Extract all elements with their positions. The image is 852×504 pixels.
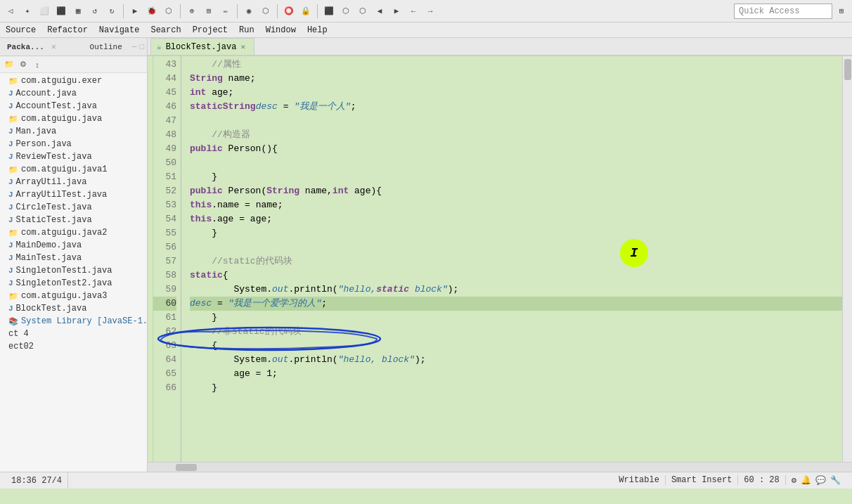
code-line-46: static String desc = "我是一个人"; [190, 100, 842, 114]
sidebar-item-18[interactable]: JBlockTest.java [0, 302, 147, 315]
right-scroll-handle[interactable] [842, 56, 852, 462]
toolbar-btn-5[interactable]: ↺ [87, 4, 103, 19]
toolbar-btn-11[interactable]: ◉ [241, 4, 257, 19]
toolbar-btn-4[interactable]: ▦ [70, 4, 86, 19]
toolbar-btn-grid[interactable]: ⊞ [834, 4, 849, 19]
sidebar-item-16[interactable]: JSingletonTest2.java [0, 277, 147, 290]
sep-4 [277, 4, 278, 18]
statusbar-position: 60 : 28 [738, 475, 785, 485]
sidebar-item-6[interactable]: JReviewTest.java [0, 150, 147, 163]
sidebar-item-9[interactable]: JArrayUtilTest.java [0, 188, 147, 201]
quick-access-input[interactable]: Quick Access [734, 4, 832, 19]
toolbar-btn-16[interactable]: ⬡ [338, 4, 354, 19]
line-num-54: 54 [153, 212, 176, 226]
toolbar-btn-7[interactable]: ⬡ [161, 4, 176, 19]
toolbar-btn-10[interactable]: ✏ [218, 4, 233, 19]
line-num-50: 50 [153, 156, 176, 170]
sidebar-item-4[interactable]: JMan.java [0, 125, 147, 138]
sidebar-item-1[interactable]: JAccount.java [0, 87, 147, 100]
sidebar-item-8[interactable]: JArrayUtil.java [0, 176, 147, 188]
toolbar-btn-back[interactable]: ← [406, 4, 421, 19]
menubar: Source Refactor Navigate Search Project … [0, 22, 852, 38]
scroll-thumb[interactable] [844, 59, 851, 80]
code-line-65: age = 1; [190, 367, 842, 381]
menu-source[interactable]: Source [0, 22, 41, 37]
java-icon-6: J [8, 153, 13, 161]
sidebar-item-13[interactable]: JMainDemo.java [0, 239, 147, 252]
java-icon-10: J [8, 203, 13, 212]
toolbar-btn-18[interactable]: ◀ [372, 4, 387, 19]
toolbar-btn-3[interactable]: ⬛ [53, 4, 69, 19]
toolbar-btn-17[interactable]: ⬡ [355, 4, 370, 19]
sidebar-item-11[interactable]: JStaticTest.java [0, 214, 147, 226]
menu-run[interactable]: Run [233, 22, 260, 37]
sidebar-item-15[interactable]: JSingletonTest1.java [0, 264, 147, 277]
sidebar-maximize[interactable]: □ [139, 43, 144, 51]
statusbar-writable: Writable [613, 475, 666, 485]
toolbar-btn-13[interactable]: ⭕ [281, 4, 297, 19]
sidebar-item-7[interactable]: 📁com.atguigu.java1 [0, 163, 147, 176]
sidebar-tab-close[interactable]: ✕ [51, 41, 56, 52]
toolbar-btn-8[interactable]: ⊕ [184, 4, 200, 19]
code-content[interactable]: //属性 String name; int age; static String… [181, 56, 842, 462]
toolbar-btn-14[interactable]: 🔒 [298, 4, 314, 19]
sidebar-item-12[interactable]: 📁com.atguigu.java2 [0, 226, 147, 239]
code-line-53: this.name = name; [190, 198, 842, 212]
menu-window[interactable]: Window [260, 22, 302, 37]
code-line-58: static{ [190, 269, 842, 283]
sidebar-item-3[interactable]: 📁com.atguigu.java [0, 112, 147, 125]
sidebar-tool-2[interactable]: ⚙ [17, 58, 30, 71]
sidebar-tab-outline[interactable]: Outline [86, 41, 127, 53]
sidebar-item-20[interactable]: ct 4 [0, 328, 147, 340]
code-line-43: //属性 [190, 58, 842, 72]
tab-close-icon[interactable]: ✕ [240, 42, 245, 51]
menu-search[interactable]: Search [145, 22, 186, 37]
sidebar-item-21[interactable]: ect02 [0, 340, 147, 353]
menu-project[interactable]: Project [187, 22, 233, 37]
folder-icon: 📁 [8, 77, 18, 86]
toolbar-btn-fwd[interactable]: → [422, 4, 438, 19]
tab-bar: ☕ BlockTest.java ✕ [148, 38, 852, 56]
line-num-66: 66 [153, 381, 176, 395]
toolbar-btn-9[interactable]: ⊞ [201, 4, 217, 19]
line-num-52: 52 [153, 184, 176, 198]
sidebar-item-17[interactable]: 📁com.atguigu.java3 [0, 290, 147, 302]
sidebar-item-2[interactable]: JAccountTest.java [0, 100, 147, 112]
line-num-59: 59 [153, 283, 176, 297]
line-num-57: 57 [153, 254, 176, 269]
h-scrollbar[interactable] [148, 462, 852, 472]
toolbar-btn-19[interactable]: ▶ [389, 4, 404, 19]
java-icon-8: J [8, 178, 13, 186]
java-icon-16: J [8, 279, 13, 287]
sidebar-item-14[interactable]: JMainTest.java [0, 252, 147, 264]
sidebar-tool-3[interactable]: ↕ [31, 58, 44, 71]
sidebar-tool-1[interactable]: 📁 [3, 58, 15, 71]
editor-tab-blocktest[interactable]: ☕ BlockTest.java ✕ [150, 38, 254, 55]
line-num-56: 56 [153, 240, 176, 254]
toolbar-btn-15[interactable]: ⬛ [321, 4, 337, 19]
toolbar-btn-12[interactable]: ⬡ [258, 4, 273, 19]
menu-help[interactable]: Help [302, 22, 333, 37]
h-scroll-thumb[interactable] [176, 464, 197, 471]
sidebar-item-0[interactable]: 📁com.atguigu.exer [0, 75, 147, 87]
sidebar-minimize[interactable]: ─ [132, 43, 137, 51]
toolbar-btn-1[interactable]: ◁ [3, 4, 18, 19]
statusbar-right: Writable Smart Insert 60 : 28 ⚙ 🔔 💬 🔧 [613, 475, 846, 486]
code-line-49: public Person(){ [190, 142, 842, 156]
code-line-45: int age; [190, 86, 842, 100]
sidebar-item-19[interactable]: 📚System Library [JavaSE-1.8] [0, 315, 147, 328]
sidebar-tab-package[interactable]: Packa... [3, 41, 49, 53]
toolbar-debug-run[interactable]: 🐞 [144, 4, 160, 19]
menu-navigate[interactable]: Navigate [93, 22, 146, 37]
sidebar-item-10[interactable]: JCircleTest.java [0, 201, 147, 214]
toolbar-btn-2[interactable]: ✦ [20, 4, 35, 19]
toolbar-btn-6[interactable]: ↻ [104, 4, 120, 19]
sep-5 [317, 4, 318, 18]
statusbar: 18:36 27/4 Writable Smart Insert 60 : 28… [0, 472, 852, 489]
code-editor[interactable]: 4344454647484950515253545556575859606162… [148, 56, 852, 462]
toolbar-run[interactable]: ▶ [127, 4, 143, 19]
line-num-51: 51 [153, 170, 176, 184]
menu-refactor[interactable]: Refactor [41, 22, 93, 37]
sidebar-item-5[interactable]: JPerson.java [0, 138, 147, 150]
toolbar-btn-debug[interactable]: ⬜ [37, 4, 52, 19]
